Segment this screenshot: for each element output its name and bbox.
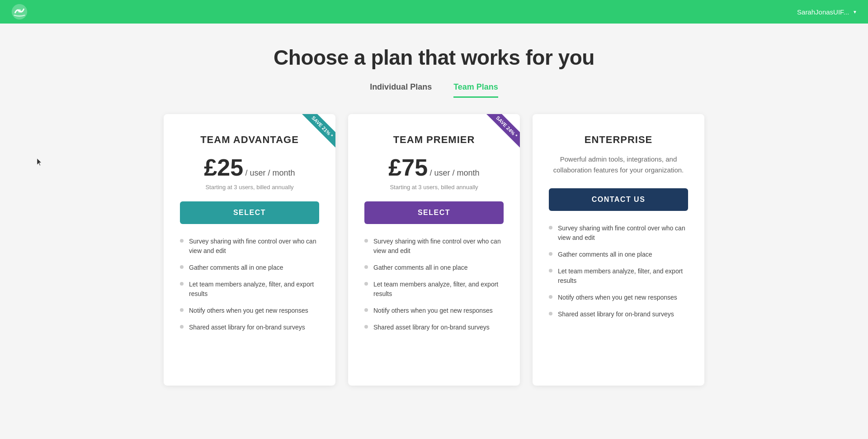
feature-text: Gather comments all in one place <box>189 263 283 272</box>
list-item: Shared asset library for on-brand survey… <box>180 323 319 332</box>
features-list-enterprise: Survey sharing with fine control over wh… <box>549 224 688 319</box>
feature-text: Let team members analyze, filter, and ex… <box>373 280 504 299</box>
logo-container <box>11 3 28 20</box>
feature-text: Notify others when you get new responses <box>373 306 493 315</box>
list-item: Let team members analyze, filter, and ex… <box>180 280 319 299</box>
feature-text: Gather comments all in one place <box>373 263 468 272</box>
list-item: Survey sharing with fine control over wh… <box>364 237 504 256</box>
list-item: Shared asset library for on-brand survey… <box>549 310 688 319</box>
list-item: Notify others when you get new responses <box>549 293 688 302</box>
select-button-team-premier[interactable]: SELECT <box>364 201 504 224</box>
list-item: Let team members analyze, filter, and ex… <box>364 280 504 299</box>
plan-tabs: Individual Plans Team Plans <box>9 82 859 98</box>
page-title: Choose a plan that works for you <box>9 45 859 70</box>
feature-text: Gather comments all in one place <box>558 250 652 259</box>
feature-dot-icon <box>549 295 552 299</box>
list-item: Gather comments all in one place <box>180 263 319 272</box>
feature-text: Shared asset library for on-brand survey… <box>189 323 305 332</box>
features-list-team-premier: Survey sharing with fine control over wh… <box>364 237 504 332</box>
feature-dot-icon <box>364 325 368 329</box>
feature-dot-icon <box>180 308 184 312</box>
feature-text: Notify others when you get new responses <box>558 293 677 302</box>
feature-dot-icon <box>180 325 184 329</box>
feature-dot-icon <box>180 265 184 269</box>
feature-dot-icon <box>549 312 552 315</box>
plans-grid: SAVE 21% * TEAM ADVANTAGE £25 / user / m… <box>140 114 728 386</box>
list-item: Gather comments all in one place <box>549 250 688 259</box>
username-label: SarahJonasUIF... <box>797 8 849 16</box>
feature-dot-icon <box>549 269 552 272</box>
feature-text: Shared asset library for on-brand survey… <box>558 310 674 319</box>
list-item: Survey sharing with fine control over wh… <box>180 237 319 256</box>
feature-text: Let team members analyze, filter, and ex… <box>558 267 688 286</box>
billing-note-team-premier: Starting at 3 users, billed annually <box>364 184 504 191</box>
svg-point-1 <box>18 9 21 13</box>
plan-card-team-premier: SAVE 24% * TEAM PREMIER £75 / user / mon… <box>348 114 520 386</box>
user-menu[interactable]: SarahJonasUIF... ▼ <box>797 8 857 16</box>
feature-text: Notify others when you get new responses <box>189 306 308 315</box>
chevron-down-icon: ▼ <box>853 10 857 14</box>
main-content: Choose a plan that works for you Individ… <box>0 24 868 404</box>
list-item: Survey sharing with fine control over wh… <box>549 224 688 243</box>
app-header: SarahJonasUIF... ▼ <box>0 0 868 24</box>
feature-dot-icon <box>364 239 368 243</box>
feature-text: Survey sharing with fine control over wh… <box>373 237 504 256</box>
plan-price-team-premier: £75 / user / month <box>364 154 504 181</box>
list-item: Notify others when you get new responses <box>180 306 319 315</box>
feature-dot-icon <box>549 226 552 229</box>
feature-text: Let team members analyze, filter, and ex… <box>189 280 319 299</box>
feature-dot-icon <box>364 265 368 269</box>
ribbon-text-team-advantage: SAVE 21% * <box>301 114 335 148</box>
feature-dot-icon <box>549 252 552 256</box>
feature-dot-icon <box>364 308 368 312</box>
ribbon-team-premier: SAVE 24% * <box>479 114 520 155</box>
list-item: Shared asset library for on-brand survey… <box>364 323 504 332</box>
feature-text: Survey sharing with fine control over wh… <box>189 237 319 256</box>
ribbon-team-advantage: SAVE 21% * <box>295 114 335 155</box>
contact-us-button[interactable]: CONTACT US <box>549 188 688 211</box>
list-item: Gather comments all in one place <box>364 263 504 272</box>
plan-price-team-advantage: £25 / user / month <box>180 154 319 181</box>
price-period-team-premier: / user / month <box>430 168 480 177</box>
feature-text: Shared asset library for on-brand survey… <box>373 323 490 332</box>
billing-note-team-advantage: Starting at 3 users, billed annually <box>180 184 319 191</box>
feature-dot-icon <box>180 282 184 286</box>
tab-team[interactable]: Team Plans <box>453 82 498 98</box>
plan-card-team-advantage: SAVE 21% * TEAM ADVANTAGE £25 / user / m… <box>164 114 335 386</box>
features-list-team-advantage: Survey sharing with fine control over wh… <box>180 237 319 332</box>
price-amount-team-premier: £75 <box>388 154 428 181</box>
feature-dot-icon <box>364 282 368 286</box>
list-item: Notify others when you get new responses <box>364 306 504 315</box>
price-period-team-advantage: / user / month <box>245 168 295 177</box>
tab-individual[interactable]: Individual Plans <box>370 82 432 98</box>
select-button-team-advantage[interactable]: SELECT <box>180 201 319 224</box>
feature-dot-icon <box>180 239 184 243</box>
list-item: Let team members analyze, filter, and ex… <box>549 267 688 286</box>
plan-card-enterprise: ENTERPRISE Powerful admin tools, integra… <box>533 114 704 386</box>
price-amount-team-advantage: £25 <box>204 154 243 181</box>
feature-text: Survey sharing with fine control over wh… <box>558 224 688 243</box>
ribbon-text-team-premier: SAVE 24% * <box>486 114 520 148</box>
app-logo-icon <box>11 3 28 20</box>
enterprise-description: Powerful admin tools, integrations, and … <box>549 154 688 176</box>
plan-name-enterprise: ENTERPRISE <box>549 134 688 146</box>
